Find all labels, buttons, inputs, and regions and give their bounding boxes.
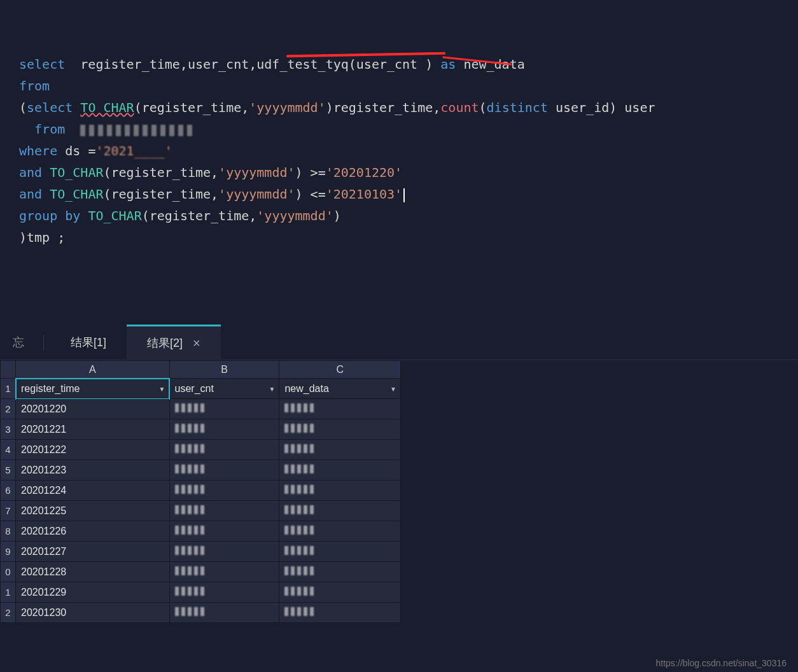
redacted-value [284, 505, 316, 514]
kw-from: from [19, 78, 50, 94]
header-new-data[interactable]: new_data▼ [279, 379, 401, 399]
redacted-value [284, 607, 316, 616]
redacted-value [284, 424, 316, 433]
col-letter-a[interactable]: A [16, 361, 170, 379]
chevron-down-icon[interactable]: ▼ [269, 385, 276, 392]
table-row: 420201222 [1, 440, 401, 460]
table-row: 620201224 [1, 480, 401, 501]
redacted-value [175, 587, 207, 596]
table-row: 320201221 [1, 419, 401, 440]
redacted-value [175, 403, 207, 412]
redacted-value [284, 566, 316, 575]
redacted-value [175, 546, 207, 555]
sql-editor[interactable]: select register_time,user_cnt,udf_test_t… [0, 0, 798, 325]
table-row: 020201228 [1, 562, 401, 582]
header-row: 1 register_time▼ user_cnt▼ new_data▼ [1, 379, 401, 399]
redacted-value [284, 526, 316, 535]
col-letter-b[interactable]: B [169, 361, 279, 379]
tab-result-1[interactable]: 结果[1] [50, 325, 127, 360]
redacted-value [175, 485, 207, 494]
tab-result-2[interactable]: 结果[2] × [127, 325, 221, 360]
table-row: 520201223 [1, 460, 401, 480]
col-letter-c[interactable]: C [279, 361, 401, 379]
kw-select: select [19, 57, 65, 72]
redacted-value [175, 424, 207, 433]
table-row: 720201225 [1, 501, 401, 521]
text-cursor [403, 188, 405, 202]
redacted-value [284, 465, 316, 473]
table-row: 120201229 [1, 582, 401, 603]
tab-prefix-label: 忘 [13, 335, 44, 350]
close-icon[interactable]: × [193, 336, 200, 351]
redacted-value [284, 485, 316, 494]
table-row: 220201230 [1, 603, 401, 623]
redacted-value [175, 465, 207, 473]
result-grid[interactable]: A B C 1 register_time▼ user_cnt▼ new_dat… [0, 360, 401, 623]
redacted-value [284, 587, 316, 596]
redacted-value [175, 526, 207, 535]
redacted-table-name [80, 125, 195, 136]
redacted-value [284, 546, 316, 555]
chevron-down-icon[interactable]: ▼ [390, 385, 396, 392]
chevron-down-icon[interactable]: ▼ [159, 385, 165, 392]
header-register-time[interactable]: register_time▼ [16, 379, 170, 399]
redacted-value [175, 607, 207, 616]
watermark: https://blog.csdn.net/sinat_30316 [656, 658, 787, 668]
header-user-cnt[interactable]: user_cnt▼ [169, 379, 279, 399]
redacted-value [175, 505, 207, 514]
result-tabs: 忘 结果[1] 结果[2] × [0, 325, 798, 360]
redacted-value [284, 403, 316, 412]
column-letter-row: A B C [1, 361, 401, 379]
table-row: 220201220 [1, 399, 401, 419]
redacted-value [175, 444, 207, 453]
table-row: 920201227 [1, 542, 401, 562]
redacted-value [284, 444, 316, 453]
table-row: 820201226 [1, 521, 401, 542]
redacted-value [175, 566, 207, 575]
